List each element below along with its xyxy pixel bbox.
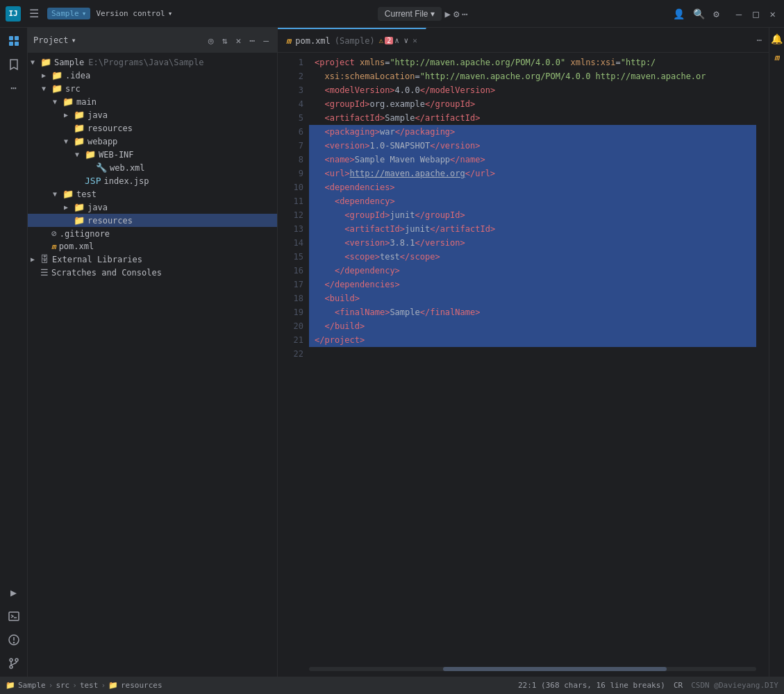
svg-point-11 — [15, 659, 18, 661]
minimize-button[interactable]: — — [733, 7, 744, 21]
sidebar-icon-terminal[interactable] — [3, 606, 24, 627]
tree-item-main-resources[interactable]: ▶ 📁 resources — [28, 121, 277, 135]
run-button[interactable]: ▶ — [444, 8, 450, 19]
project-title-dropdown-icon: ▾ — [72, 35, 76, 45]
tree-label-scratches: Scratches and Consoles — [51, 268, 162, 278]
maven-panel-icon[interactable]: m — [774, 53, 779, 62]
error-indicator: ⚠ 2 ∧ ∨ — [379, 36, 409, 45]
title-bar-center: Current File ▾ ▶ ⚙ ⋯ — [178, 7, 667, 21]
tree-item-test-java[interactable]: ▶ 📁 java — [28, 201, 277, 214]
breadcrumb-project[interactable]: Sample — [18, 681, 46, 690]
project-expand-button[interactable]: ⇅ — [219, 34, 231, 47]
tree-item-extlibs[interactable]: ▶ 🗄 External Libraries — [28, 253, 277, 266]
tree-item-sample[interactable]: ▼ 📁 Sample E:\Programs\Java\Sample — [28, 56, 277, 69]
code-line-5: <artifactId>Sample</artifactId> — [309, 111, 756, 125]
watermark: CSDN @Davieyang.DIY — [691, 681, 778, 690]
tab-more-button[interactable]: ⋯ — [750, 35, 769, 45]
vcs-selector[interactable]: Version control ▾ — [96, 9, 172, 18]
tree-item-webinf[interactable]: ▼ 📁 WEB-INF — [28, 148, 277, 161]
editor-content: 1 2 3 4 5 6 7 8 9 10 11 12 13 14 15 16 1… — [278, 53, 769, 677]
breadcrumb-resources[interactable]: resources — [121, 681, 162, 690]
profile-icon[interactable]: 👤 — [673, 8, 685, 19]
code-editor[interactable]: <project xmlns="http://maven.apache.org/… — [309, 53, 756, 677]
tree-label-test-resources: resources — [87, 216, 133, 226]
breadcrumb-sep-1: › — [49, 681, 53, 690]
sidebar-icon-bookmarks[interactable] — [3, 54, 24, 75]
breadcrumb-sep-3: › — [101, 681, 106, 690]
svg-rect-3 — [15, 42, 19, 46]
code-line-6: <packaging>war</packaging> — [309, 125, 756, 139]
scrollbar-thumb[interactable] — [443, 667, 667, 671]
code-line-20: </build> — [309, 319, 756, 333]
tree-item-webxml[interactable]: ▶ 🔧 web.xml — [28, 161, 277, 174]
tree-item-src[interactable]: ▼ 📁 src — [28, 82, 277, 95]
title-bar: IJ ☰ Sample ▾ Version control ▾ Current … — [0, 0, 784, 28]
encoding: CR — [674, 681, 683, 690]
svg-rect-0 — [9, 36, 13, 40]
tree-item-main[interactable]: ▼ 📁 main — [28, 95, 277, 108]
current-file-label: Current File — [385, 9, 428, 19]
sidebar-icon-more[interactable]: ⋯ — [3, 78, 24, 99]
project-close-button[interactable]: ✕ — [233, 34, 244, 47]
tree-label-main-java: java — [87, 110, 108, 120]
status-bar: 📁 Sample › src › test › 📁 resources 22:1… — [0, 677, 784, 694]
svg-point-8 — [13, 643, 14, 643]
close-button[interactable]: ✕ — [767, 7, 778, 21]
tree-item-idea[interactable]: ▶ 📁 .idea — [28, 69, 277, 82]
project-selector[interactable]: Sample ▾ — [47, 8, 90, 19]
tree-item-webapp[interactable]: ▼ 📁 webapp — [28, 135, 277, 148]
vcs-dropdown-icon: ▾ — [168, 9, 173, 18]
settings-icon[interactable]: ⚙ — [713, 8, 719, 19]
editor-tab-pomxml[interactable]: m pom.xml (Sample) ⚠ 2 ∧ ∨ ✕ — [278, 28, 426, 52]
maximize-button[interactable]: □ — [750, 7, 761, 21]
vcs-label: Version control — [96, 9, 165, 18]
debug-button[interactable]: ⚙ — [453, 8, 459, 19]
code-line-14: <version>3.8.1</version> — [309, 236, 756, 250]
code-line-1: <project xmlns="http://maven.apache.org/… — [309, 56, 756, 69]
project-minimize-button[interactable]: — — [260, 34, 272, 47]
app-logo: IJ — [6, 6, 21, 22]
more-options-button[interactable]: ⋯ — [462, 8, 467, 19]
tab-close-pomxml[interactable]: ✕ — [412, 36, 417, 45]
breadcrumb-src[interactable]: src — [56, 681, 69, 690]
tree-item-test-resources[interactable]: ▶ 📁 resources — [28, 214, 277, 227]
search-icon[interactable]: 🔍 — [693, 8, 705, 19]
horizontal-scrollbar[interactable] — [309, 667, 756, 671]
tree-item-pomxml[interactable]: ▶ m pom.xml — [28, 240, 277, 253]
project-panel-actions: ◎ ⇅ ✕ ⋯ — — [206, 34, 272, 47]
tree-item-test[interactable]: ▼ 📁 test — [28, 187, 277, 201]
editor-tab-bar: m pom.xml (Sample) ⚠ 2 ∧ ∨ ✕ ⋯ — [278, 28, 769, 53]
status-bar-left: 📁 Sample › src › test › 📁 resources — [6, 681, 507, 690]
tree-item-gitignore[interactable]: ▶ ⊘ .gitignore — [28, 227, 277, 240]
tree-item-indexjsp[interactable]: ▶ JSP index.jsp — [28, 174, 277, 187]
current-file-button[interactable]: Current File ▾ — [378, 7, 442, 21]
hamburger-menu[interactable]: ☰ — [26, 4, 42, 23]
title-bar-right: 👤 🔍 ⚙ — □ ✕ — [673, 7, 778, 21]
project-locate-button[interactable]: ◎ — [206, 34, 217, 47]
title-bar-left: IJ ☰ Sample ▾ Version control ▾ — [6, 4, 172, 23]
error-count-badge: 2 — [385, 37, 393, 44]
notifications-icon[interactable]: 🔔 — [768, 31, 784, 47]
code-line-13: <artifactId>junit</artifactId> — [309, 222, 756, 236]
code-line-17: </dependencies> — [309, 278, 756, 291]
right-tool-panel: 🔔 m — [769, 28, 784, 677]
right-gutter — [756, 53, 769, 677]
sidebar-icon-project[interactable] — [3, 31, 24, 51]
code-line-2: xsi:schemaLocation="http://maven.apache.… — [309, 69, 756, 83]
tree-label-idea: .idea — [65, 71, 90, 81]
breadcrumb-test[interactable]: test — [80, 681, 99, 690]
left-sidebar-icons: ⋯ ▶ — [0, 28, 28, 677]
project-more-button[interactable]: ⋯ — [247, 34, 258, 47]
tree-label-webinf: WEB-INF — [99, 150, 134, 160]
sidebar-icon-problems[interactable] — [3, 629, 24, 650]
tree-item-main-java[interactable]: ▶ 📁 java — [28, 108, 277, 121]
project-title-label: Project — [33, 35, 69, 45]
code-line-9: <url>http://maven.apache.org</url> — [309, 167, 756, 180]
sidebar-icon-vcs[interactable] — [3, 653, 24, 674]
main-layout: ⋯ ▶ Project ▾ ◎ ⇅ ✕ ⋯ — — [0, 28, 784, 677]
tree-label-test: test — [76, 189, 97, 199]
tab-name-pomxml: pom.xml — [295, 36, 331, 46]
tree-item-scratches[interactable]: ▶ ☰ Scratches and Consoles — [28, 266, 277, 279]
code-line-21: </project> — [309, 333, 756, 347]
sidebar-icon-run-debug[interactable]: ▶ — [3, 582, 24, 603]
